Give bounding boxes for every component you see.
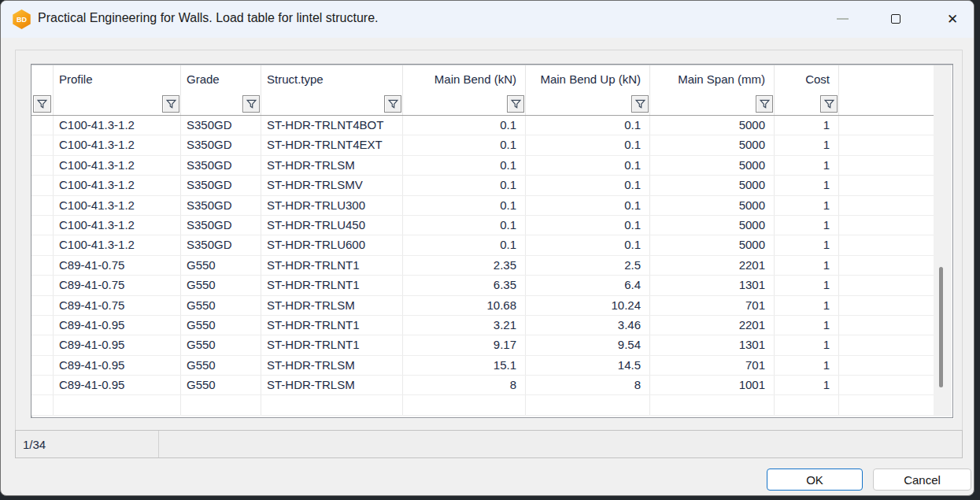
table-cell[interactable]: 5000 xyxy=(650,176,775,194)
table-cell[interactable]: 1 xyxy=(775,376,839,394)
table-cell[interactable]: C100-41.3-1.2 xyxy=(54,216,181,235)
table-cell[interactable]: 1 xyxy=(775,176,839,194)
table-cell[interactable]: 0.1 xyxy=(526,116,650,135)
table-cell[interactable]: C89-41-0.75 xyxy=(54,296,181,315)
table-cell[interactable]: 9.17 xyxy=(403,335,526,354)
table-cell[interactable]: S350GD xyxy=(181,196,261,215)
column-header-main-bend[interactable]: Main Bend (kN) xyxy=(403,65,526,93)
table-cell[interactable]: C100-41.3-1.2 xyxy=(54,156,181,175)
table-cell[interactable]: 10.68 xyxy=(403,296,526,315)
table-cell[interactable]: 8 xyxy=(403,376,526,394)
table-cell[interactable]: G550 xyxy=(181,276,261,294)
table-cell[interactable]: 0.1 xyxy=(403,176,526,194)
close-button[interactable]: ✕ xyxy=(934,6,971,32)
table-cell[interactable]: G550 xyxy=(181,316,261,335)
table-row[interactable]: C89-41-0.95G550ST-HDR-TRLNT19.179.541301… xyxy=(31,335,934,355)
table-cell[interactable]: 0.1 xyxy=(403,156,526,175)
table-cell[interactable]: ST-HDR-TRLSM xyxy=(261,376,403,394)
cancel-button[interactable]: Cancel xyxy=(873,469,971,491)
table-cell[interactable]: 15.1 xyxy=(403,356,526,375)
table-row[interactable]: C100-41.3-1.2S350GDST-HDR-TRLU6000.10.15… xyxy=(31,235,934,255)
table-cell[interactable]: ST-HDR-TRLSM xyxy=(261,296,403,315)
table-cell[interactable]: 0.1 xyxy=(526,176,650,194)
table-cell[interactable]: ST-HDR-TRLSM xyxy=(261,356,403,375)
table-cell[interactable]: 1 xyxy=(775,256,839,275)
vertical-scrollbar-track[interactable] xyxy=(934,65,952,417)
filter-cell-main-span[interactable] xyxy=(650,93,775,115)
table-cell[interactable]: S350GD xyxy=(181,235,261,254)
table-cell[interactable]: C100-41.3-1.2 xyxy=(54,196,181,215)
table-cell[interactable]: 2.5 xyxy=(526,256,650,275)
table-cell[interactable]: G550 xyxy=(181,356,261,375)
minimize-button[interactable] xyxy=(824,6,860,32)
filter-button-main-bend-up[interactable] xyxy=(631,95,649,113)
table-cell[interactable]: S350GD xyxy=(181,216,261,235)
table-cell[interactable]: ST-HDR-TRLSMV xyxy=(261,176,403,194)
table-cell[interactable]: 0.1 xyxy=(526,156,650,175)
table-cell[interactable]: 0.1 xyxy=(526,135,650,154)
table-cell[interactable]: 5000 xyxy=(650,156,775,175)
filter-button-struct-type[interactable] xyxy=(384,95,401,113)
table-cell[interactable]: ST-HDR-TRLU450 xyxy=(261,216,403,235)
table-cell[interactable]: 3.21 xyxy=(403,316,526,335)
table-cell[interactable]: ST-HDR-TRLNT1 xyxy=(261,256,403,275)
table-cell[interactable]: 5000 xyxy=(650,116,775,135)
table-cell[interactable]: 1 xyxy=(775,116,839,135)
table-row[interactable]: C100-41.3-1.2S350GDST-HDR-TRLU4500.10.15… xyxy=(31,216,934,235)
table-row[interactable]: C89-41-0.75G550ST-HDR-TRLNT12.352.522011 xyxy=(31,256,934,276)
table-row[interactable]: C100-41.3-1.2S350GDST-HDR-TRLSMV0.10.150… xyxy=(31,176,934,195)
table-cell[interactable]: 0.1 xyxy=(403,116,526,135)
table-row[interactable]: C89-41-0.95G550ST-HDR-TRLSM15.114.57011 xyxy=(31,356,934,376)
filter-button-profile[interactable] xyxy=(162,95,179,113)
vertical-scrollbar-thumb[interactable] xyxy=(939,267,943,387)
column-header-main-span[interactable]: Main Span (mm) xyxy=(650,65,775,93)
filter-cell-selector[interactable] xyxy=(31,93,54,115)
table-cell[interactable]: ST-HDR-TRLNT1 xyxy=(261,335,403,354)
table-cell[interactable]: 5000 xyxy=(650,216,775,235)
table-cell[interactable]: S350GD xyxy=(181,176,261,194)
table-row[interactable]: C100-41.3-1.2S350GDST-HDR-TRLNT4BOT0.10.… xyxy=(31,116,934,135)
table-cell[interactable]: 14.5 xyxy=(526,356,650,375)
table-cell[interactable]: 0.1 xyxy=(403,216,526,235)
table-cell[interactable]: C100-41.3-1.2 xyxy=(54,116,181,135)
table-cell[interactable]: G550 xyxy=(181,335,261,354)
table-cell[interactable]: ST-HDR-TRLNT4BOT xyxy=(261,116,403,135)
table-row[interactable]: C100-41.3-1.2S350GDST-HDR-TRLU3000.10.15… xyxy=(31,196,934,216)
table-cell[interactable]: 3.46 xyxy=(526,316,650,335)
table-cell[interactable]: 1 xyxy=(775,335,839,354)
table-row[interactable]: C100-41.3-1.2S350GDST-HDR-TRLNT4EXT0.10.… xyxy=(31,135,934,155)
ok-button[interactable]: OK xyxy=(767,469,863,491)
table-cell[interactable]: ST-HDR-TRLNT4EXT xyxy=(261,135,403,154)
table-cell[interactable]: 0.1 xyxy=(403,235,526,254)
table-cell[interactable]: 1 xyxy=(775,296,839,315)
column-header-profile[interactable]: Profile xyxy=(54,65,181,93)
table-cell[interactable]: 1 xyxy=(775,135,839,154)
table-cell[interactable]: 1301 xyxy=(650,335,775,354)
filter-cell-main-bend[interactable] xyxy=(403,93,526,115)
filter-button-main-bend[interactable] xyxy=(507,95,524,113)
table-cell[interactable]: S350GD xyxy=(181,116,261,135)
table-cell[interactable]: 5000 xyxy=(650,135,775,154)
table-cell[interactable]: 2201 xyxy=(650,316,775,335)
table-cell[interactable]: 0.1 xyxy=(403,135,526,154)
table-cell[interactable]: 6.35 xyxy=(403,276,526,294)
table-cell[interactable]: 1 xyxy=(775,276,839,294)
filter-cell-cost[interactable] xyxy=(775,93,839,115)
table-cell[interactable]: 9.54 xyxy=(526,335,650,354)
table-cell[interactable]: ST-HDR-TRLNT1 xyxy=(261,276,403,294)
table-cell[interactable]: 1001 xyxy=(650,376,775,394)
filter-cell-grade[interactable] xyxy=(181,93,261,115)
table-cell[interactable]: 10.24 xyxy=(526,296,650,315)
table-cell[interactable]: C89-41-0.95 xyxy=(54,335,181,354)
table-cell[interactable]: C89-41-0.75 xyxy=(54,256,181,275)
table-cell[interactable]: 2.35 xyxy=(403,256,526,275)
filter-button-selector[interactable] xyxy=(33,95,51,113)
table-cell[interactable]: 0.1 xyxy=(526,196,650,215)
table-cell[interactable]: 8 xyxy=(526,376,650,394)
filter-button-cost[interactable] xyxy=(820,95,838,113)
column-header-cost[interactable]: Cost xyxy=(775,65,839,93)
table-cell[interactable]: 701 xyxy=(650,356,775,375)
table-cell[interactable]: C89-41-0.95 xyxy=(54,316,181,335)
table-cell[interactable]: 1 xyxy=(775,356,839,375)
table-cell[interactable]: 1 xyxy=(775,196,839,215)
